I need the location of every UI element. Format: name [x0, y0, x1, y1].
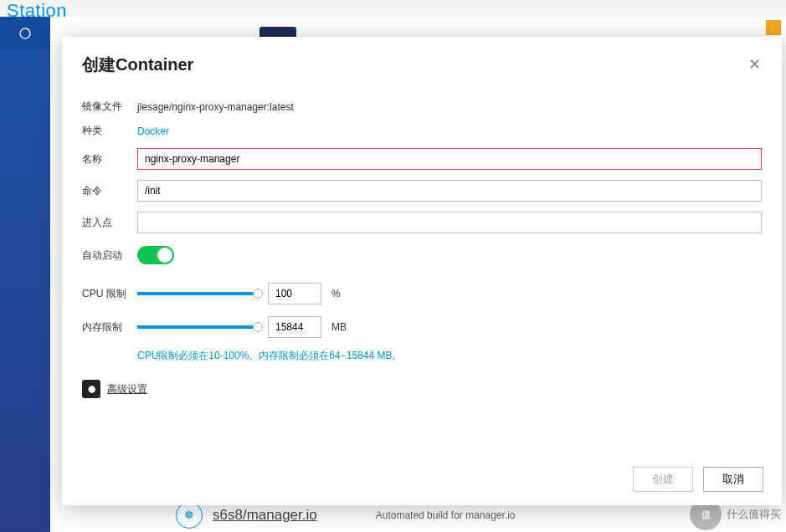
row-kind: 种类 Docker — [82, 124, 762, 138]
limit-hint-text: CPU限制必须在10-100%。内存限制必须在64−15844 MB。 — [137, 350, 402, 361]
app-title-partial: Station — [0, 0, 786, 17]
label-autostart: 自动启动 — [82, 248, 137, 263]
mem-limit-unit: MB — [331, 321, 347, 333]
toggle-knob — [157, 248, 172, 263]
folder-icon — [766, 20, 781, 35]
row-entrypoint: 进入点 — [82, 212, 762, 233]
mem-limit-slider[interactable] — [137, 325, 258, 329]
row-command: 命令 — [82, 180, 762, 202]
command-input[interactable] — [137, 180, 762, 202]
mem-limit-input[interactable] — [268, 316, 321, 338]
row-cpu-limit: CPU 限制 % — [82, 282, 762, 305]
label-image-file: 镜像文件 — [82, 100, 137, 114]
cpu-slider-thumb[interactable] — [253, 289, 263, 299]
cpu-limit-input[interactable] — [268, 283, 321, 304]
gear-icon[interactable] — [82, 380, 100, 398]
mem-slider-thumb[interactable] — [253, 322, 263, 332]
dialog-body: 镜像文件 jlesage/nginx-proxy-manager:latest … — [62, 83, 782, 458]
image-repo-name[interactable]: s6s8/manager.io — [213, 507, 317, 524]
cpu-limit-unit: % — [331, 288, 341, 299]
row-image-file: 镜像文件 jlesage/nginx-proxy-manager:latest — [82, 100, 762, 114]
close-icon[interactable]: ✕ — [747, 58, 762, 73]
label-cpu-limit: CPU 限制 — [82, 287, 137, 301]
value-kind[interactable]: Docker — [137, 125, 762, 137]
row-hint: CPU限制必须在10-100%。内存限制必须在64−15844 MB。 — [82, 349, 762, 363]
label-name: 名称 — [82, 152, 137, 166]
row-mem-limit: 内存限制 MB — [82, 315, 762, 339]
dialog-footer: 创建 取消 — [62, 458, 782, 505]
cpu-slider-fill — [137, 292, 258, 295]
row-autostart: 自动启动 — [82, 243, 762, 267]
dialog-header: 创建Container ✕ — [62, 37, 782, 83]
label-entrypoint: 进入点 — [82, 216, 137, 230]
docker-icon: ☸ — [176, 502, 203, 529]
image-repo-desc: Automated build for manager.io — [376, 509, 516, 521]
app-sidebar — [0, 17, 50, 532]
overview-icon[interactable] — [0, 17, 50, 50]
mem-slider-fill — [137, 325, 258, 329]
row-name: 名称 — [82, 148, 762, 170]
value-image-file: jlesage/nginx-proxy-manager:latest — [137, 101, 762, 113]
row-advanced: 高级设置 — [82, 380, 762, 398]
entrypoint-input[interactable] — [137, 212, 762, 233]
cancel-button[interactable]: 取消 — [703, 467, 763, 492]
label-kind: 种类 — [82, 124, 137, 138]
name-input[interactable] — [137, 148, 762, 170]
autostart-toggle[interactable] — [137, 246, 174, 264]
label-mem-limit: 内存限制 — [82, 320, 137, 335]
create-container-dialog: 创建Container ✕ 镜像文件 jlesage/nginx-proxy-m… — [62, 37, 782, 505]
dialog-title: 创建Container — [82, 54, 193, 76]
watermark-text: 什么值得买 — [727, 507, 781, 522]
advanced-settings-link[interactable]: 高级设置 — [107, 382, 147, 396]
cpu-limit-slider[interactable] — [137, 292, 258, 295]
create-button[interactable]: 创建 — [633, 467, 693, 492]
label-command: 命令 — [82, 184, 137, 198]
